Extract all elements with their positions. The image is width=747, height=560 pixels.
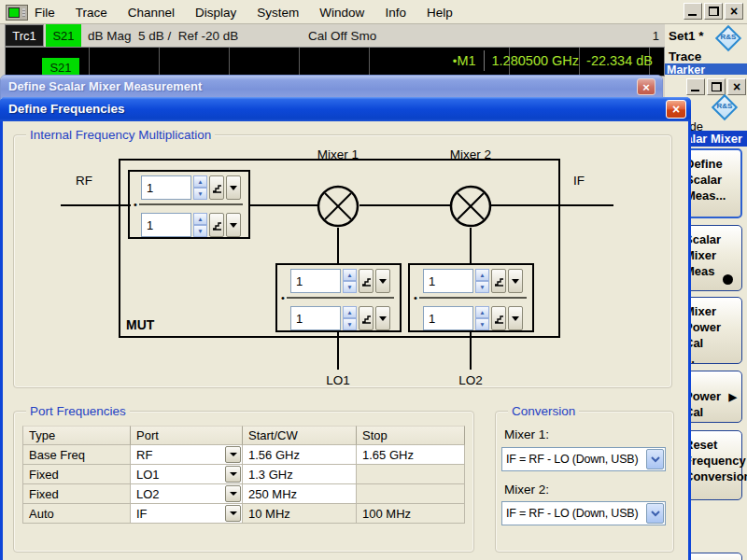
step-button[interactable] xyxy=(491,269,506,293)
lo2-denominator-spinner[interactable]: ▲▼ xyxy=(475,306,489,330)
dropdown-button[interactable] xyxy=(508,306,523,330)
step-button[interactable] xyxy=(209,213,224,237)
rf-denominator-field[interactable]: 1 xyxy=(141,213,191,237)
lo2-label: LO2 xyxy=(429,373,513,387)
dropdown-button[interactable] xyxy=(225,466,241,483)
row4-stop-field: 100 MHz xyxy=(357,504,465,524)
close-icon: × xyxy=(733,80,740,93)
row1-port-select[interactable]: RF xyxy=(131,445,243,465)
mixer1-conversion-label: Mixer 1: xyxy=(504,427,549,441)
spin-down-icon[interactable]: ▼ xyxy=(475,281,489,293)
spin-down-icon[interactable]: ▼ xyxy=(193,225,207,237)
trace-name-badge[interactable]: Trc1 xyxy=(5,24,44,47)
step-button[interactable] xyxy=(209,175,224,200)
dropdown-button[interactable] xyxy=(225,485,241,502)
rf-denominator-spinner[interactable]: ▲▼ xyxy=(193,213,207,237)
group-title: Port Frequencies xyxy=(26,404,130,418)
menu-window[interactable]: Window xyxy=(317,4,367,21)
spin-up-icon[interactable]: ▲ xyxy=(475,269,489,281)
lo1-numerator-spinner[interactable]: ▲▼ xyxy=(343,269,357,293)
mut-label: MUT xyxy=(126,317,154,332)
lo2-numerator-spinner[interactable]: ▲▼ xyxy=(475,269,489,293)
menu-channel[interactable]: Channel xyxy=(125,4,177,21)
fraction-bullet-icon: • xyxy=(414,292,417,303)
spin-up-icon[interactable]: ▲ xyxy=(475,306,489,318)
minimize-button[interactable] xyxy=(684,3,702,20)
cal-status-text: Cal Off Smo xyxy=(308,24,376,47)
row3-port-select[interactable]: LO2 xyxy=(131,484,243,504)
dropdown-arrow-icon xyxy=(512,316,519,321)
lo1-multiplier-box: • 1 ▲▼ 1 ▲▼ xyxy=(275,263,402,332)
spin-down-icon[interactable]: ▼ xyxy=(343,281,357,293)
dropdown-button[interactable] xyxy=(375,306,390,330)
lo1-denominator-spinner[interactable]: ▲▼ xyxy=(343,306,357,330)
close-button[interactable]: × xyxy=(725,3,743,20)
menu-system[interactable]: System xyxy=(254,4,302,21)
row1-stop-field[interactable]: 1.65 GHz xyxy=(357,445,465,465)
marker-value: -22.334 dB xyxy=(586,53,653,68)
rf-numerator-field[interactable]: 1 xyxy=(141,175,191,200)
spin-down-icon[interactable]: ▼ xyxy=(343,318,357,330)
step-button[interactable] xyxy=(359,306,374,330)
spin-up-icon[interactable]: ▲ xyxy=(193,175,207,188)
spin-down-icon[interactable]: ▼ xyxy=(475,318,489,330)
line-multiplier-to-mixer1 xyxy=(248,204,319,206)
menu-display[interactable]: Display xyxy=(192,4,239,21)
row2-port-select[interactable]: LO1 xyxy=(131,465,243,484)
menu-info[interactable]: Info xyxy=(382,4,409,21)
marker-name: M1 xyxy=(457,53,475,68)
lo1-stub-line xyxy=(337,332,339,370)
dropdown-button[interactable] xyxy=(226,175,241,200)
lo2-denominator-field[interactable]: 1 xyxy=(423,306,473,330)
sidebar-trace-label: Trace xyxy=(669,49,701,63)
mixer2-conversion-select[interactable]: IF = RF - LO (Down, USB) xyxy=(501,501,666,525)
rf-multiplier-box: • 1 ▲▼ 1 ▲▼ xyxy=(128,170,250,239)
menu-file[interactable]: File xyxy=(32,4,58,21)
step-button[interactable] xyxy=(491,306,506,330)
rf-port-label: RF xyxy=(76,174,92,188)
rohde-schwarz-logo-icon: R&S xyxy=(715,25,743,53)
row1-start-field[interactable]: 1.56 GHz xyxy=(243,445,357,465)
s-parameter-badge[interactable]: S21 xyxy=(46,24,81,47)
column-header-type: Type xyxy=(22,426,131,445)
row4-port-select[interactable]: IF xyxy=(131,504,243,524)
mixer2-conversion-label: Mixer 2: xyxy=(504,483,549,497)
lo1-label: LO1 xyxy=(296,373,380,387)
if-line xyxy=(490,204,613,206)
restore-button[interactable] xyxy=(704,3,723,20)
child-minimize-button[interactable] xyxy=(686,78,705,95)
fraction-divider xyxy=(139,203,243,205)
fraction-bullet-icon: • xyxy=(281,292,285,303)
row3-start-field[interactable]: 250 MHz xyxy=(243,484,357,504)
step-button[interactable] xyxy=(359,269,374,293)
lo2-numerator-field[interactable]: 1 xyxy=(423,269,473,293)
lo1-denominator-field[interactable]: 1 xyxy=(290,306,341,330)
group-title: Conversion xyxy=(508,404,579,418)
dropdown-button[interactable] xyxy=(508,269,523,293)
dropdown-button[interactable] xyxy=(375,269,390,293)
spin-up-icon[interactable]: ▲ xyxy=(343,306,357,318)
menu-help[interactable]: Help xyxy=(424,4,456,21)
spin-down-icon[interactable]: ▼ xyxy=(193,188,207,200)
mixer1-conversion-select[interactable]: IF = RF - LO (Down, USB) xyxy=(501,447,666,471)
row2-start-field[interactable]: 1.3 GHz xyxy=(243,465,357,484)
restore-icon xyxy=(709,7,719,16)
rf-numerator-spinner[interactable]: ▲▼ xyxy=(193,175,207,200)
dialog-title-bar-inactive[interactable]: Define Scalar Mixer Measurement × xyxy=(1,76,662,98)
spin-up-icon[interactable]: ▲ xyxy=(343,269,357,281)
marker-separator xyxy=(484,50,485,71)
dropdown-button[interactable] xyxy=(225,505,241,522)
row2-type: Fixed xyxy=(22,465,131,484)
dialog-close-button[interactable]: × xyxy=(666,100,686,119)
child-restore-button[interactable] xyxy=(707,78,726,95)
combo-chevron-icon xyxy=(646,449,664,469)
child-close-button[interactable]: × xyxy=(727,78,746,95)
dropdown-button[interactable] xyxy=(226,213,241,237)
dropdown-button[interactable] xyxy=(225,446,241,463)
spin-up-icon[interactable]: ▲ xyxy=(193,213,207,225)
dialog-title-bar[interactable]: Define Frequencies × xyxy=(0,97,691,121)
dialog-close-button[interactable]: × xyxy=(637,78,655,95)
dropdown-arrow-icon xyxy=(512,279,519,284)
lo1-numerator-field[interactable]: 1 xyxy=(290,269,341,293)
menu-trace[interactable]: Trace xyxy=(73,4,110,21)
